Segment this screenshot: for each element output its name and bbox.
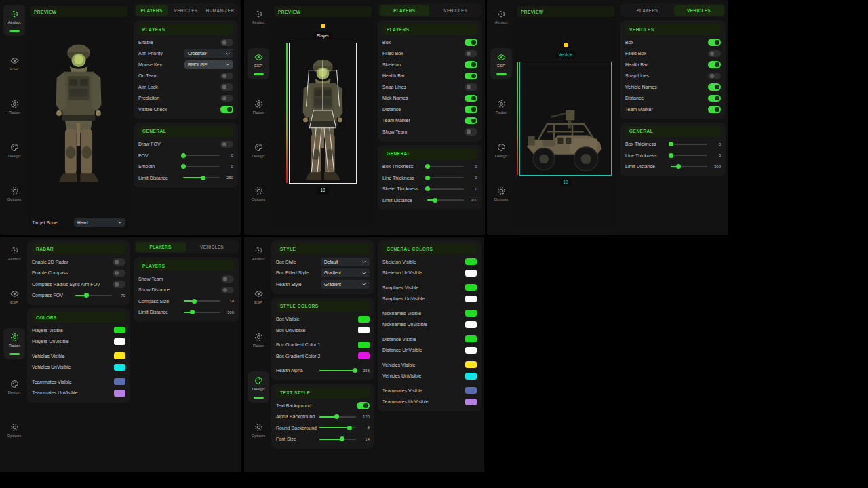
- health-style-dropdown[interactable]: Gradient: [321, 280, 370, 289]
- sidebar-item-esp[interactable]: ESP: [248, 48, 269, 79]
- box-toggle[interactable]: [708, 39, 721, 46]
- team-marker-toggle[interactable]: [465, 117, 477, 125]
- box-visible-swatch[interactable]: [358, 316, 370, 323]
- teammates-visible-swatch[interactable]: [114, 378, 125, 385]
- show-distance-toggle[interactable]: [221, 287, 234, 294]
- sidebar-item-design[interactable]: Design: [490, 138, 512, 162]
- target-bone-dropdown[interactable]: Head: [74, 218, 125, 227]
- skelet-thickness-slider[interactable]: [427, 186, 464, 192]
- snaplines-visible-swatch[interactable]: [465, 284, 477, 291]
- sidebar-item-aimbot[interactable]: Aimbot: [248, 5, 269, 28]
- sidebar-item-esp[interactable]: ESP: [490, 48, 512, 79]
- compass-size-slider[interactable]: [184, 298, 220, 304]
- vehicles-unvisible-swatch[interactable]: [114, 364, 125, 371]
- skeleton-unvisible-swatch[interactable]: [465, 270, 477, 277]
- limit-distance-slider[interactable]: [671, 163, 707, 169]
- health-bar-toggle[interactable]: [465, 73, 477, 80]
- distance-visible-swatch[interactable]: [465, 336, 477, 342]
- tab-vehicles[interactable]: VEHICLES: [187, 242, 237, 252]
- font-size-slider[interactable]: [319, 436, 356, 442]
- snap-lines-toggle[interactable]: [708, 73, 721, 80]
- tab-vehicles[interactable]: VEHICLES: [674, 5, 724, 16]
- sidebar-item-aimbot[interactable]: Aimbot: [248, 241, 269, 265]
- tab-vehicles[interactable]: VEHICLES: [431, 5, 481, 16]
- vehicle-names-toggle[interactable]: [708, 83, 721, 91]
- draw-fov-toggle[interactable]: [220, 141, 233, 148]
- distance-toggle[interactable]: [465, 106, 477, 113]
- nicknames-visible-swatch[interactable]: [465, 310, 477, 317]
- tab-players[interactable]: PLAYERS: [136, 5, 168, 16]
- sidebar-item-esp[interactable]: ESP: [248, 285, 269, 308]
- sidebar-item-options[interactable]: Options: [490, 182, 512, 205]
- snaplines-unvisible-swatch[interactable]: [465, 296, 477, 302]
- sidebar-item-radar[interactable]: Radar: [490, 95, 512, 119]
- text-background-toggle[interactable]: [357, 402, 370, 409]
- on-team-toggle[interactable]: [220, 73, 233, 80]
- alpha-background-slider[interactable]: [319, 413, 356, 420]
- box-gradient-2-swatch[interactable]: [358, 352, 370, 359]
- aim-lock-toggle[interactable]: [220, 83, 233, 91]
- snap-lines-toggle[interactable]: [465, 83, 477, 91]
- sidebar-item-design[interactable]: Design: [3, 375, 25, 399]
- vehicles-visible-swatch[interactable]: [114, 352, 125, 359]
- distance-toggle[interactable]: [708, 95, 721, 102]
- sidebar-item-design[interactable]: Design: [248, 138, 269, 162]
- visible-check-toggle[interactable]: [220, 106, 233, 113]
- sidebar-item-aimbot[interactable]: Aimbot: [3, 241, 25, 265]
- teammates-unvisible-swatch[interactable]: [114, 390, 125, 396]
- sidebar-item-options[interactable]: Options: [248, 182, 269, 205]
- line-thickness-slider[interactable]: [671, 152, 707, 159]
- box-unvisible-swatch[interactable]: [358, 327, 370, 333]
- vehicles-visible-swatch[interactable]: [465, 361, 477, 368]
- compass-sync-toggle[interactable]: [113, 281, 125, 288]
- round-background-slider[interactable]: [319, 425, 356, 431]
- sidebar-item-options[interactable]: Options: [3, 418, 25, 442]
- sidebar-item-esp[interactable]: ESP: [3, 285, 25, 308]
- fov-slider[interactable]: [183, 152, 220, 159]
- distance-unvisible-swatch[interactable]: [465, 347, 477, 354]
- team-marker-toggle[interactable]: [708, 106, 721, 113]
- sidebar-item-options[interactable]: Options: [3, 182, 25, 205]
- nick-names-toggle[interactable]: [465, 95, 477, 102]
- sidebar-item-radar[interactable]: Radar: [248, 328, 269, 352]
- filled-box-toggle[interactable]: [708, 50, 721, 58]
- box-thickness-slider[interactable]: [671, 141, 707, 147]
- tab-players[interactable]: PLAYERS: [136, 242, 186, 252]
- sidebar-item-radar[interactable]: Radar: [248, 95, 269, 119]
- line-thickness-slider[interactable]: [427, 175, 464, 181]
- limit-distance-slider[interactable]: [184, 309, 220, 315]
- health-alpha-slider[interactable]: [319, 367, 356, 373]
- compass-fov-slider[interactable]: [75, 292, 112, 298]
- players-unvisible-swatch[interactable]: [114, 338, 125, 345]
- filled-box-toggle[interactable]: [465, 50, 477, 58]
- skeleton-visible-swatch[interactable]: [465, 258, 477, 265]
- enable-2d-radar-toggle[interactable]: [113, 258, 125, 266]
- vehicles-unvisible-swatch[interactable]: [465, 373, 477, 380]
- sidebar-item-design[interactable]: Design: [3, 138, 25, 162]
- box-filled-style-dropdown[interactable]: Gradient: [321, 268, 370, 277]
- limit-distance-slider[interactable]: [183, 175, 220, 181]
- nicknames-unvisible-swatch[interactable]: [465, 321, 477, 328]
- tab-players[interactable]: PLAYERS: [380, 5, 430, 16]
- limit-distance-slider[interactable]: [427, 197, 464, 203]
- enable-toggle[interactable]: [220, 39, 233, 46]
- health-bar-toggle[interactable]: [708, 61, 721, 68]
- enable-compass-toggle[interactable]: [113, 270, 125, 277]
- sidebar-item-radar[interactable]: Radar: [3, 328, 25, 359]
- box-thickness-slider[interactable]: [427, 163, 464, 169]
- mouse-key-dropdown[interactable]: RMOUSE: [184, 60, 233, 69]
- show-team-toggle[interactable]: [465, 128, 477, 136]
- tab-vehicles[interactable]: VEHICLES: [170, 5, 202, 16]
- box-toggle[interactable]: [465, 39, 477, 46]
- sidebar-item-options[interactable]: Options: [248, 418, 269, 442]
- players-visible-swatch[interactable]: [114, 327, 125, 333]
- sidebar-item-esp[interactable]: ESP: [3, 52, 25, 75]
- teammates-visible-swatch[interactable]: [465, 387, 477, 394]
- box-style-dropdown[interactable]: Default: [321, 258, 370, 266]
- aim-priority-dropdown[interactable]: Crosshair: [184, 49, 233, 58]
- box-gradient-1-swatch[interactable]: [358, 342, 370, 348]
- teammates-unvisible-swatch[interactable]: [465, 399, 477, 405]
- smooth-slider[interactable]: [183, 163, 220, 169]
- tab-players[interactable]: PLAYERS: [623, 5, 673, 16]
- tab-humanizer[interactable]: HUMANIZER: [203, 5, 236, 16]
